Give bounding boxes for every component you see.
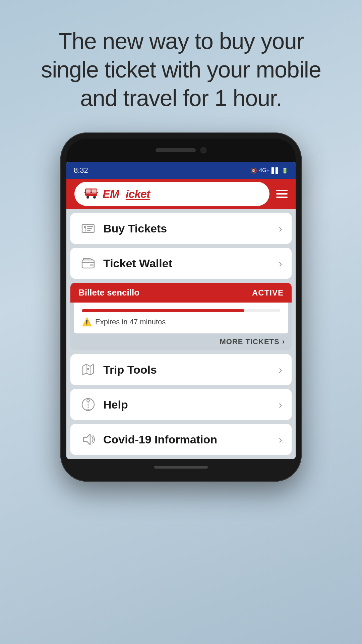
status-icons: 🔇 4G+ ▋▋ 🔋 <box>250 167 288 174</box>
svg-point-2 <box>86 196 89 199</box>
covid-info-item[interactable]: Covid-19 Information › <box>70 424 292 455</box>
more-tickets-link[interactable]: MORE TICKETS › <box>220 337 285 346</box>
phone-screen: 8:32 🔇 4G+ ▋▋ 🔋 <box>66 162 296 459</box>
battery-icon: 🔋 <box>282 167 288 174</box>
help-icon <box>80 397 97 412</box>
app-header: EMTicket <box>66 179 296 209</box>
warning-icon: ⚠️ <box>82 317 92 327</box>
network-label: 4G+ <box>259 167 269 173</box>
trip-tools-item[interactable]: Trip Tools › <box>70 354 292 385</box>
covid-info-label: Covid-19 Information <box>103 433 272 446</box>
svg-rect-10 <box>90 264 94 266</box>
logo-t: T <box>119 187 126 200</box>
home-indicator <box>154 466 208 469</box>
ticket-wallet-label: Ticket Wallet <box>103 257 272 270</box>
ticket-wallet-item[interactable]: Ticket Wallet › <box>70 248 292 279</box>
svg-point-13 <box>87 368 89 370</box>
headline-text: The new way to buy your single ticket wi… <box>0 0 362 132</box>
ticket-icon <box>80 221 97 236</box>
help-label: Help <box>103 398 272 411</box>
buy-tickets-item[interactable]: Buy Tickets › <box>70 213 292 244</box>
status-bar: 8:32 🔇 4G+ ▋▋ 🔋 <box>66 162 296 179</box>
signal-icon: ▋▋ <box>272 167 280 174</box>
wallet-icon <box>80 256 97 271</box>
more-tickets-row[interactable]: MORE TICKETS › <box>70 333 292 350</box>
buy-tickets-arrow: › <box>279 222 282 235</box>
svg-rect-6 <box>92 190 97 193</box>
ticket-expires-row: ⚠️ Expires in 47 minutos <box>82 317 280 327</box>
logo-em: EM <box>103 187 119 200</box>
ticket-card-body: ⚠️ Expires in 47 minutos <box>74 303 288 333</box>
ticket-progress-fill <box>82 309 244 312</box>
phone-speaker <box>156 148 196 152</box>
buy-tickets-label: Buy Tickets <box>103 222 272 235</box>
svg-point-3 <box>93 196 96 199</box>
trip-tools-label: Trip Tools <box>103 363 272 376</box>
map-icon <box>80 362 97 377</box>
help-item[interactable]: Help › <box>70 389 292 420</box>
app-logo: EMTicket <box>74 182 269 206</box>
phone-mockup: 8:32 🔇 4G+ ▋▋ 🔋 <box>60 132 302 482</box>
svg-rect-5 <box>86 190 90 193</box>
logo-icket: icket <box>126 187 150 200</box>
ticket-wallet-arrow: › <box>279 257 282 270</box>
more-tickets-label: MORE TICKETS <box>220 337 279 346</box>
status-time: 8:32 <box>74 166 88 175</box>
ticket-progress-bar <box>82 309 280 312</box>
mute-icon: 🔇 <box>250 167 257 174</box>
active-ticket-card: Billete sencillo ACTIVE ⚠️ Expires in 47… <box>70 283 292 350</box>
phone-bottom <box>66 459 296 476</box>
svg-point-15 <box>87 399 89 402</box>
phone-camera <box>200 147 206 153</box>
svg-marker-16 <box>83 434 90 445</box>
phone-notch <box>66 139 296 162</box>
menu-section: Buy Tickets › Ticket Wallet › <box>66 209 296 459</box>
ticket-card-header: Billete sencillo ACTIVE <box>70 283 292 303</box>
ticket-status: ACTIVE <box>252 288 284 298</box>
ticket-expires-text: Expires in 47 minutos <box>95 318 166 326</box>
covid-info-arrow: › <box>279 433 282 446</box>
more-tickets-arrow: › <box>282 337 285 346</box>
help-arrow: › <box>279 398 282 411</box>
hamburger-menu-button[interactable] <box>276 190 288 198</box>
bus-icon <box>84 185 99 203</box>
trip-tools-arrow: › <box>279 364 282 376</box>
ticket-name: Billete sencillo <box>78 287 139 298</box>
logo-text: EMTicket <box>103 187 150 201</box>
speaker-icon <box>80 432 97 447</box>
